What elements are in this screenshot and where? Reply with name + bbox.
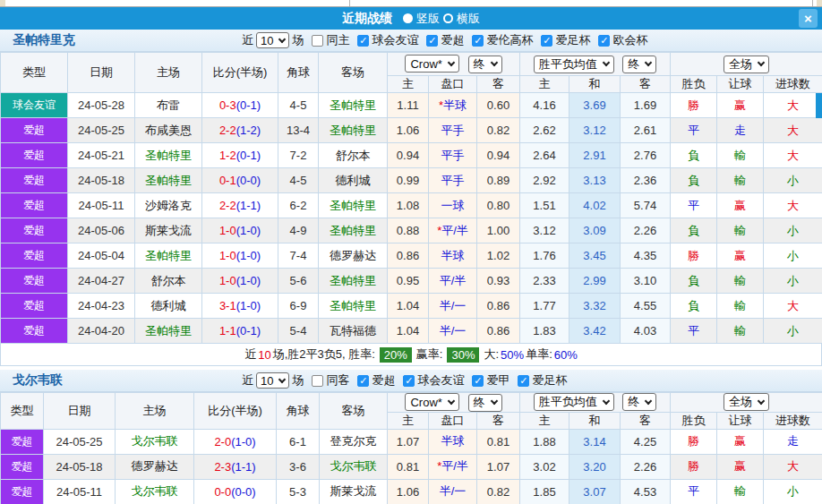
score-cell: 2-2(1-2) — [202, 118, 278, 143]
odds-home: 1.07 — [388, 429, 429, 454]
match-count-select[interactable]: 10 — [256, 372, 289, 389]
competition-checkbox[interactable]: ✓ — [541, 35, 552, 47]
home-team-link[interactable]: 舒尔本 — [151, 274, 186, 287]
avg-away-odds: 2.26 — [621, 454, 671, 479]
away-team-link[interactable]: 圣帕特里 — [330, 199, 376, 212]
away-team-link[interactable]: 圣帕特里 — [330, 98, 376, 112]
layout-radio-unselected[interactable] — [443, 13, 453, 23]
score-cell: 2-0(1-0) — [194, 429, 277, 454]
odds-source-select[interactable]: Crow* — [405, 55, 458, 73]
home-team-link[interactable]: 戈尔韦联 — [132, 434, 178, 448]
match-date: 24-05-18 — [68, 168, 135, 193]
match-row: 爱超24-05-18圣帕特里0-1(0-0)4-5德利城0.99平手0.892.… — [1, 168, 822, 193]
background-grid-line — [812, 0, 813, 6]
background-grid-line — [349, 0, 350, 6]
match-result: 平 — [671, 193, 717, 218]
home-team-link[interactable]: 德罗赫达 — [132, 459, 178, 473]
away-team-link[interactable]: 戈尔韦联 — [330, 459, 377, 473]
corner-count: 6-2 — [278, 193, 319, 218]
home-team-cell: 斯莱戈流 — [135, 218, 202, 243]
competition-checkbox[interactable]: ✓ — [598, 35, 610, 47]
odds-home: 0.95 — [388, 269, 429, 294]
full-time-score: 1-0 — [219, 274, 236, 287]
home-team-cell: 舒尔本 — [135, 269, 202, 294]
home-team-link[interactable]: 圣帕特里 — [145, 249, 192, 262]
handicap-cell: 平手 — [429, 143, 477, 168]
away-team-link[interactable]: 圣帕特里 — [330, 274, 376, 287]
competition-label: 爱甲 — [486, 372, 509, 389]
home-team-link[interactable]: 圣帕特里 — [145, 324, 192, 337]
scope-select[interactable]: 全场 — [724, 393, 769, 411]
odds-source-select[interactable]: Crow* — [405, 393, 458, 411]
away-team-link[interactable]: 圣帕特里 — [330, 124, 376, 137]
avg-away-odds: 5.74 — [621, 193, 671, 218]
half-time-score: (1-1) — [231, 460, 255, 474]
competition-checkbox[interactable]: ✓ — [472, 35, 484, 47]
avg-time-select[interactable]: 终 — [622, 56, 656, 73]
away-team-link[interactable]: 圣帕特里 — [330, 299, 376, 312]
away-team-link[interactable]: 圣帕特里 — [330, 224, 376, 237]
home-team-link[interactable]: 布雷 — [157, 98, 180, 112]
col-header-avg-home: 主 — [520, 76, 569, 93]
scrollbar-thumb[interactable] — [816, 93, 822, 118]
check-icon: ✓ — [519, 376, 527, 386]
avg-home-odds: 3.02 — [520, 454, 569, 479]
competition-checkbox[interactable]: ✓ — [403, 375, 415, 387]
same-venue-checkbox[interactable] — [312, 35, 323, 47]
scope-select[interactable]: 全场 — [724, 56, 769, 73]
competition-checkbox[interactable]: ✓ — [357, 35, 369, 47]
col-header-home: 主场 — [135, 53, 202, 93]
result-text: 平 — [688, 124, 699, 137]
layout-radio-selected[interactable] — [403, 13, 413, 23]
match-row: 爱超24-05-25戈尔韦联2-0(1-0)6-1登克尔克1.07半球0.811… — [1, 429, 822, 454]
col-header-odds-away: 客 — [477, 412, 520, 429]
col-header-score: 比分(半场) — [194, 393, 277, 430]
avg-away-odds: 3.10 — [621, 269, 671, 294]
half-time-score: (1-0) — [236, 299, 261, 312]
away-team-link[interactable]: 德利城 — [336, 174, 371, 187]
avg-time-select[interactable]: 终 — [622, 393, 656, 411]
odds-away: 0.89 — [477, 168, 520, 193]
home-team-link[interactable]: 斯莱戈流 — [145, 224, 192, 237]
away-team-link[interactable]: 瓦特福德 — [330, 324, 376, 337]
home-team-link[interactable]: 德利城 — [151, 299, 186, 312]
odds-home: 0.99 — [388, 168, 429, 193]
avg-type-select[interactable]: 胜平负均值 — [534, 56, 614, 73]
avg-type-select[interactable]: 胜平负均值 — [534, 393, 614, 411]
odds-home: 1.06 — [388, 479, 429, 504]
home-team-link[interactable]: 圣帕特里 — [145, 174, 192, 187]
odds-time-select[interactable]: 终 — [468, 56, 502, 73]
competition-checkbox[interactable]: ✓ — [426, 35, 438, 47]
home-team-link[interactable]: 戈尔韦联 — [132, 484, 178, 498]
odds-home: 1.04 — [388, 319, 429, 344]
goals-result: 小 — [764, 243, 822, 269]
home-team-link[interactable]: 沙姆洛克 — [145, 199, 192, 212]
home-team-link[interactable]: 圣帕特里 — [145, 149, 192, 162]
competition-checkbox[interactable]: ✓ — [357, 375, 369, 387]
odds-time-select[interactable]: 终 — [468, 394, 502, 412]
odds-home: 0.94 — [388, 143, 429, 168]
col-header-avg-home: 主 — [520, 412, 569, 429]
full-time-score: 2-0 — [214, 435, 231, 448]
summary-segment: 场,胜2平3负5, 胜率: — [273, 346, 375, 363]
away-team-link[interactable]: 登克尔克 — [330, 434, 377, 448]
corner-count: 13-4 — [278, 118, 319, 143]
handicap-line: 一球 — [441, 199, 465, 212]
match-count-select[interactable]: 10 — [256, 32, 289, 48]
close-button[interactable]: × — [799, 9, 818, 28]
same-venue-checkbox[interactable] — [312, 375, 323, 387]
away-team-cell: 圣帕特里 — [319, 118, 388, 143]
odds-home: 1.11 — [388, 93, 429, 118]
home-team-link[interactable]: 布咸美恩 — [145, 124, 192, 137]
corner-count: 7-4 — [278, 243, 319, 269]
competition-checkbox[interactable]: ✓ — [518, 375, 529, 387]
section-header-away-team: 戈尔韦联 近10场同客✓爱超✓球会友谊✓爱甲✓爱足杯 — [0, 370, 822, 392]
competition-checkbox[interactable]: ✓ — [472, 375, 484, 387]
col-header-odds-home: 主 — [388, 76, 429, 93]
match-date: 24-05-21 — [68, 143, 135, 168]
goals-result: 小 — [764, 319, 822, 344]
away-team-link[interactable]: 德罗赫达 — [330, 249, 376, 262]
away-team-link[interactable]: 舒尔本 — [336, 149, 371, 162]
score-cell: 0-0(0-0) — [194, 479, 277, 504]
away-team-link[interactable]: 斯莱戈流 — [330, 484, 377, 498]
